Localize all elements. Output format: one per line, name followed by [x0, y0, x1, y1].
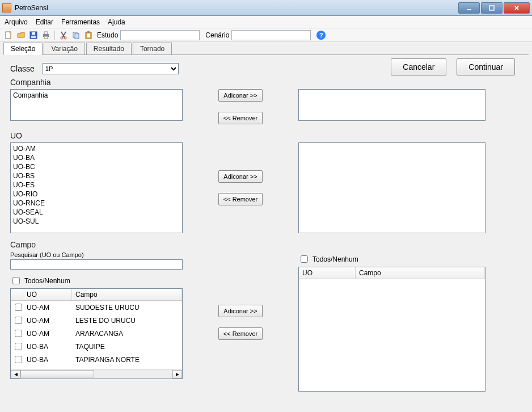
- estudo-label: Estudo: [97, 31, 118, 39]
- campo-heading: Campo: [10, 240, 522, 249]
- tab-selecao[interactable]: Seleção: [3, 43, 43, 55]
- classe-label: Classe: [10, 64, 35, 73]
- row-campo: TAQUIPE: [73, 343, 181, 351]
- table-row[interactable]: UO-AMLESTE DO URUCU: [11, 314, 182, 327]
- row-uo: UO-BA: [24, 343, 73, 351]
- list-item[interactable]: UO-BS: [13, 171, 180, 180]
- campo-header-check[interactable]: [11, 291, 23, 298]
- row-checkbox[interactable]: [15, 317, 22, 324]
- svg-rect-8: [44, 36, 48, 39]
- list-item[interactable]: UO-SUL: [13, 217, 180, 226]
- row-checkbox[interactable]: [15, 304, 22, 311]
- tab-resultado[interactable]: Resultado: [86, 43, 132, 55]
- row-uo: UO-AM: [24, 317, 73, 325]
- companhia-remover-button[interactable]: << Remover: [218, 112, 263, 124]
- menu-ajuda[interactable]: Ajuda: [108, 18, 125, 26]
- title-bar: PetroSensi: [0, 0, 532, 16]
- scroll-right-icon[interactable]: ▸: [172, 370, 182, 379]
- save-icon[interactable]: [28, 30, 39, 40]
- estudo-input[interactable]: [120, 30, 200, 40]
- uo-remover-button[interactable]: << Remover: [218, 193, 263, 205]
- campo-search-input[interactable]: [10, 259, 183, 270]
- tab-strip: Seleção Variação Resultado Tornado: [0, 42, 532, 54]
- scroll-thumb[interactable]: [20, 370, 94, 377]
- scroll-left-icon[interactable]: ◂: [11, 370, 20, 379]
- list-item[interactable]: UO-RNCE: [13, 199, 180, 208]
- campo-header-uo[interactable]: UO: [23, 289, 72, 300]
- tab-tornado[interactable]: Tornado: [133, 43, 172, 55]
- companhia-listbox[interactable]: Companhia: [10, 89, 183, 121]
- open-icon[interactable]: [16, 30, 26, 40]
- row-campo: ARARACANGA: [73, 330, 181, 338]
- copy-icon[interactable]: [71, 30, 81, 40]
- toolbar-separator: [54, 31, 55, 40]
- companhia-adicionar-button[interactable]: Adiconar >>: [218, 89, 263, 102]
- campo-header-campo[interactable]: Campo: [72, 289, 182, 300]
- print-icon[interactable]: [41, 30, 51, 40]
- campo-todos-checkbox[interactable]: Todos/Nenhum: [10, 275, 183, 286]
- menu-ferramentas[interactable]: Ferramentas: [61, 18, 100, 26]
- table-row[interactable]: UO-AMARARACANGA: [11, 327, 182, 340]
- menu-bar: Arquivo Editar Ferramentas Ajuda: [0, 16, 532, 28]
- maximize-button[interactable]: [481, 2, 503, 14]
- row-checkbox[interactable]: [15, 356, 22, 363]
- campo-adicionar-button[interactable]: Adiconar >>: [218, 305, 263, 317]
- selected-header-uo[interactable]: UO: [299, 267, 356, 279]
- uo-listbox[interactable]: UO-AMUO-BAUO-BCUO-BSUO-ESUO-RIOUO-RNCEUO…: [10, 142, 183, 233]
- list-item[interactable]: UO-AM: [13, 144, 180, 153]
- list-item[interactable]: UO-RIO: [13, 190, 180, 199]
- row-checkbox[interactable]: [15, 330, 22, 337]
- table-row[interactable]: UO-BATAQUIPE: [11, 340, 182, 353]
- new-icon[interactable]: [3, 30, 14, 40]
- minimize-button[interactable]: [458, 2, 480, 14]
- list-item[interactable]: UO-BC: [13, 162, 180, 171]
- svg-point-10: [64, 37, 66, 39]
- svg-rect-7: [44, 32, 48, 34]
- svg-rect-14: [87, 33, 90, 37]
- table-row[interactable]: UO-AMSUDOESTE URUCU: [11, 301, 182, 314]
- svg-rect-15: [87, 31, 90, 33]
- selected-header-campo[interactable]: Campo: [356, 267, 485, 279]
- list-item[interactable]: UO-ES: [13, 180, 180, 190]
- svg-rect-5: [31, 36, 36, 38]
- uo-selected-listbox[interactable]: [298, 142, 485, 233]
- cancelar-button[interactable]: Cancelar: [391, 58, 446, 75]
- menu-arquivo[interactable]: Arquivo: [5, 18, 28, 26]
- content-area: Cancelar Continuar Classe 1P Companhia C…: [0, 55, 532, 408]
- row-campo: LESTE DO URUCU: [73, 317, 181, 325]
- row-uo: UO-AM: [24, 304, 73, 312]
- svg-rect-0: [467, 9, 471, 10]
- cenario-input[interactable]: [231, 30, 311, 40]
- paste-icon[interactable]: [83, 30, 94, 40]
- campo-search-label: Pesquisar (UO ou Campo): [10, 251, 183, 258]
- classe-select[interactable]: 1P: [43, 63, 179, 74]
- companhia-selected-listbox[interactable]: [298, 89, 485, 121]
- list-item[interactable]: UO-BA: [13, 153, 180, 162]
- close-button[interactable]: [504, 2, 530, 14]
- tab-variacao[interactable]: Variação: [44, 43, 85, 55]
- list-item[interactable]: Companhia: [13, 91, 180, 100]
- app-icon: [2, 3, 11, 12]
- cut-icon[interactable]: [58, 30, 69, 40]
- campo-remover-button[interactable]: << Remover: [218, 327, 263, 340]
- row-campo: TAPIRANGA NORTE: [73, 356, 181, 364]
- list-item[interactable]: UO-SEAL: [13, 208, 180, 217]
- help-icon[interactable]: ?: [316, 31, 326, 40]
- table-row[interactable]: UO-BATAPIRANGA NORTE: [11, 353, 182, 366]
- cenario-label: Cenário: [205, 31, 229, 39]
- row-uo: UO-BA: [24, 356, 73, 364]
- campo-hscrollbar[interactable]: ◂ ▸: [11, 369, 182, 379]
- toolbar: Estudo Cenário ?: [0, 28, 532, 42]
- selected-table[interactable]: UO Campo: [298, 267, 485, 392]
- menu-editar[interactable]: Editar: [36, 18, 53, 26]
- continuar-button[interactable]: Continuar: [457, 58, 515, 75]
- svg-rect-1: [489, 6, 494, 10]
- campo-table[interactable]: UO Campo UO-AMSUDOESTE URUCUUO-AMLESTE D…: [10, 288, 183, 379]
- svg-rect-12: [75, 33, 79, 39]
- uo-adicionar-button[interactable]: Adiconar >>: [218, 170, 263, 183]
- selected-todos-checkbox[interactable]: Todos/Nenhum: [298, 254, 485, 264]
- svg-rect-4: [32, 32, 35, 35]
- companhia-heading: Companhia: [10, 78, 522, 87]
- uo-heading: UO: [10, 131, 522, 140]
- row-checkbox[interactable]: [15, 343, 22, 350]
